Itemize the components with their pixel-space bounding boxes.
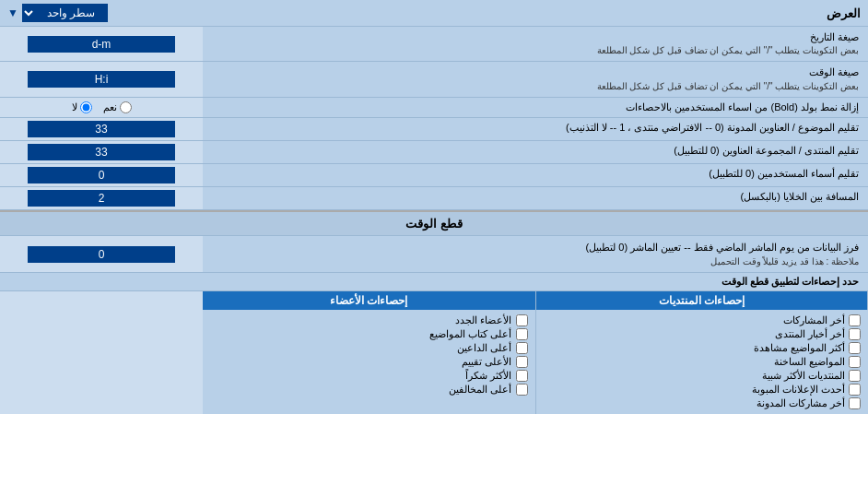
time-filter-label: فرز البيانات من يوم الماشر الماضي فقط --… [203,236,868,273]
stats-forums-items: أخر المشاركات أخر أخبار المنتدى أكثر الم… [536,310,869,414]
time-filter-input[interactable] [28,246,175,263]
time-filter-input-cell [0,236,203,273]
stat-item-classifieds[interactable]: أحدث الإعلانات المبوبة [544,383,862,396]
stats-members-items: الأعضاء الجدد أعلى كتاب المواضيع أعلى ال… [203,310,535,400]
stat-item-hot-topics[interactable]: المواضيع الساخنة [544,355,862,369]
cell-spacing-input[interactable] [28,190,175,207]
time-format-label: صيغة الوقت بعض التكوينات يتطلب "/" التي … [203,62,868,96]
stat-item-most-viewed[interactable]: أكثر المواضيع مشاهدة [544,341,862,355]
date-format-input[interactable] [28,36,175,53]
stats-forums-header: إحصاءات المنتديات [536,291,869,310]
stat-item-most-thanks[interactable]: الأكثر شكراً [210,369,528,383]
forum-trim-input[interactable] [28,144,175,160]
stat-item-new-members[interactable]: الأعضاء الجدد [210,314,528,327]
cell-spacing-label: المسافة بين الخلايا (بالبكسل) [203,187,868,209]
stat-item-top-rated[interactable]: الأعلى تقييم [210,355,528,369]
date-format-label: صيغة التاريخ بعض التكوينات يتطلب "/" الت… [203,27,868,61]
bold-remove-radio-cell: نعم لا [0,98,203,117]
stat-item-forum-news[interactable]: أخر أخبار المنتدى [544,327,862,341]
bold-remove-yes[interactable] [120,101,132,113]
date-format-input-cell [0,27,203,61]
stat-item-top-writers[interactable]: أعلى كتاب المواضيع [210,327,528,341]
topic-trim-label: تقليم الموضوع / العناوين المدونة (0 -- ا… [203,118,868,140]
cell-spacing-input-cell [0,187,203,209]
time-section-header: قطع الوقت [0,210,868,236]
username-trim-input[interactable] [28,167,175,183]
time-format-input[interactable] [28,71,175,88]
username-trim-label: تقليم أسماء المستخدمين (0 للتطبيل) [203,164,868,186]
stat-item-top-inviters[interactable]: أعلى الداعين [210,341,528,355]
bold-remove-label: إزالة نمط بولد (Bold) من اسماء المستخدمي… [203,98,868,117]
view-select[interactable]: سطر واحد سطرين ثلاثة أسطر [22,4,108,22]
display-label: العرض [827,6,861,20]
topic-trim-input-cell [0,118,203,140]
stats-apply-label: حدد إحصاءات لتطبيق قطع الوقت [203,273,868,290]
forum-trim-input-cell [0,141,203,163]
topic-trim-input[interactable] [28,121,175,137]
forum-trim-label: تقليم المنتدى / المجموعة العناوين (0 للت… [203,141,868,163]
bold-remove-no[interactable] [80,101,92,113]
stats-members-header: إحصاءات الأعضاء [203,291,535,310]
stat-item-blog-shares[interactable]: أخر مشاركات المدونة [544,396,862,410]
time-format-input-cell [0,62,203,96]
username-trim-input-cell [0,164,203,186]
dropdown-arrow-icon: ▼ [7,6,18,19]
stat-item-shares[interactable]: أخر المشاركات [544,314,862,327]
stat-item-similar-forums[interactable]: المنتديات الأكثر شبية [544,369,862,383]
stat-item-top-violators[interactable]: أعلى المخالفين [210,383,528,396]
